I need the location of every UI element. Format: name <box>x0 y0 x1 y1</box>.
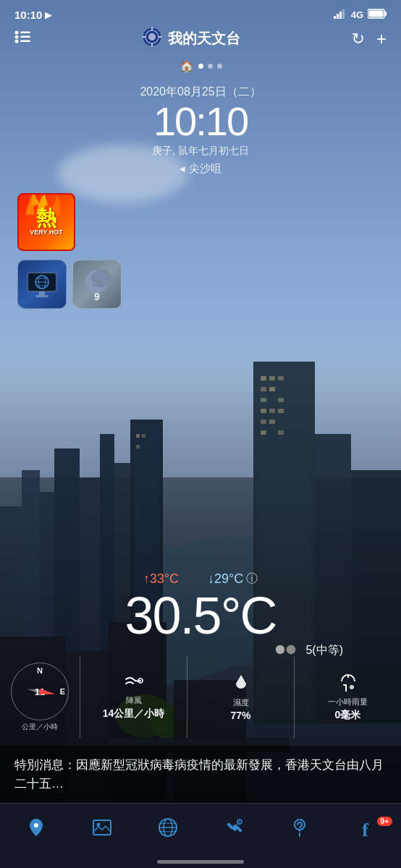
svg-point-56 <box>148 33 156 41</box>
very-hot-label: VERY HOT <box>30 229 63 236</box>
nav-title: 我的天文台 <box>142 27 240 51</box>
compass-section: N E 11 公里／小時 <box>0 657 80 738</box>
datetime-section: 2020年08月25日（二） 10:10 庚子, 鼠年七月初七日 ◂ 尖沙咀 <box>0 79 401 179</box>
facebook-icon: f <box>362 820 368 841</box>
compass-speed-label: 公里／小時 <box>22 722 58 732</box>
dot-3[interactable] <box>217 64 222 69</box>
svg-text:9: 9 <box>94 291 100 302</box>
temp-high: ↑33°C <box>143 571 179 587</box>
wind-stat: 陣風 14公里／小時 <box>80 657 187 738</box>
dot-2[interactable] <box>208 64 213 69</box>
nav-bar: 我的天文台 ↺ + <box>0 24 401 56</box>
battery-icon <box>368 9 387 21</box>
svg-rect-44 <box>342 9 345 19</box>
time-display: 10:10 <box>0 101 401 142</box>
temperature-section: ↑33°C ↓29°C ⓘ 30.5°C 5(中等) <box>0 571 401 658</box>
rainfall-label: 一小時雨量 <box>328 697 368 707</box>
svg-point-48 <box>15 31 19 35</box>
svg-rect-42 <box>337 14 339 19</box>
rainfall-stat: 一小時雨量 0毫米 <box>295 657 401 738</box>
globe-icon <box>158 817 178 843</box>
svg-rect-41 <box>334 16 336 19</box>
uv-row: 5(中等) <box>14 643 387 658</box>
wind-compass: N E 11 <box>11 663 69 720</box>
very-hot-warning[interactable]: 熱 VERY HOT <box>17 193 75 251</box>
status-bar: 10:10 ▶ 4G <box>0 0 401 24</box>
add-icon[interactable]: + <box>376 29 387 49</box>
svg-point-91 <box>239 821 240 822</box>
status-right: 4G <box>334 9 387 21</box>
refresh-icon[interactable]: ↺ <box>352 30 365 48</box>
svg-point-94 <box>298 830 300 832</box>
tab-tips[interactable] <box>266 817 332 843</box>
svg-rect-47 <box>369 11 384 17</box>
moon-graphic: 9 <box>78 265 116 303</box>
page-dots: 🏠 <box>0 56 401 79</box>
svg-rect-82 <box>93 820 111 835</box>
satellite-icon <box>224 817 244 843</box>
svg-rect-46 <box>385 12 387 16</box>
dot-1[interactable] <box>198 64 203 69</box>
humidity-info-icon: ⓘ <box>246 571 258 587</box>
svg-rect-68 <box>39 292 45 295</box>
wind-value: 14公里／小時 <box>103 707 165 720</box>
compass-north-label: N <box>37 666 43 675</box>
menu-icon[interactable] <box>14 30 30 47</box>
svg-point-81 <box>34 823 38 827</box>
facebook-badge: 9+ <box>377 817 392 826</box>
temp-current: 30.5°C <box>14 590 387 642</box>
svg-point-76 <box>276 645 284 654</box>
uv-index: 5(中等) <box>305 643 343 658</box>
weather-details-bar: N E 11 公里／小時 陣風 14公里／小時 <box>0 657 401 738</box>
tab-bar: f 9+ <box>0 803 401 868</box>
date-display: 2020年08月25日（二） <box>0 85 401 100</box>
gallery-icon <box>92 817 112 843</box>
location-arrow-icon: ▶ <box>45 10 51 20</box>
news-text: 特別消息：因應新型冠狀病毒病疫情的最新發展，香港天文台由八月二十五… <box>14 758 384 791</box>
svg-point-74 <box>92 269 111 288</box>
svg-rect-69 <box>35 295 48 297</box>
network-type: 4G <box>351 9 363 20</box>
temp-low: ↓29°C <box>208 571 243 587</box>
tab-globe[interactable] <box>135 817 200 843</box>
status-time: 10:10 <box>14 9 42 21</box>
location-label: ◂ 尖沙咀 <box>0 162 401 176</box>
humidity-icon <box>234 673 248 697</box>
tips-icon <box>290 817 310 843</box>
tab-satellite[interactable] <box>200 817 266 843</box>
nav-left[interactable] <box>14 30 30 47</box>
wind-label: 陣風 <box>126 696 142 705</box>
channel-icons-row: 9 <box>17 260 384 309</box>
uv-dots-icon <box>275 644 301 657</box>
dot-house-icon[interactable]: 🏠 <box>180 59 194 73</box>
svg-point-83 <box>96 823 100 827</box>
hko-tv-icon[interactable] <box>17 260 67 309</box>
signal-bars-icon <box>334 9 347 21</box>
hko-tv-graphic <box>23 265 61 303</box>
map-icon <box>26 817 46 843</box>
news-ticker[interactable]: 特別消息：因應新型冠狀病毒病疫情的最新發展，香港天文台由八月二十五… <box>0 746 401 803</box>
svg-point-50 <box>15 40 19 43</box>
warning-area: 熱 VERY HOT <box>0 179 401 318</box>
hko-logo-icon <box>142 27 162 51</box>
status-left: 10:10 ▶ <box>14 9 51 21</box>
moon-phase-icon[interactable]: 9 <box>72 260 122 309</box>
app-title: 我的天文台 <box>168 29 240 48</box>
humidity-value: 77% <box>230 710 250 721</box>
hot-character: 熱 <box>36 208 56 229</box>
nav-right[interactable]: ↺ + <box>352 29 387 49</box>
svg-rect-52 <box>20 36 30 38</box>
temp-range-row: ↑33°C ↓29°C ⓘ <box>14 571 387 587</box>
tab-gallery[interactable] <box>69 817 135 843</box>
tab-facebook[interactable]: f 9+ <box>332 820 398 841</box>
humidity-stat: 濕度 77% <box>187 657 295 738</box>
lunar-date: 庚子, 鼠年七月初七日 <box>0 145 401 158</box>
rainfall-value: 0毫米 <box>335 709 361 722</box>
compass-east-label: E <box>60 687 65 696</box>
svg-rect-53 <box>20 41 30 43</box>
svg-point-80 <box>350 685 354 689</box>
weather-stats: 陣風 14公里／小時 濕度 77% 一小時雨量 <box>80 657 401 738</box>
home-indicator <box>157 860 244 864</box>
tab-map[interactable] <box>3 817 69 843</box>
humidity-label: 濕度 <box>233 698 249 707</box>
